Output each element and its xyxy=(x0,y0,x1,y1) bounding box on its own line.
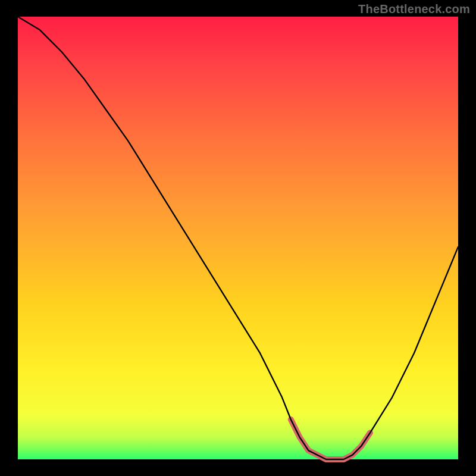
watermark-text: TheBottleneck.com xyxy=(358,2,470,16)
plot-background xyxy=(18,17,458,459)
chart-stage: TheBottleneck.com xyxy=(0,0,476,476)
bottleneck-chart xyxy=(0,0,476,476)
